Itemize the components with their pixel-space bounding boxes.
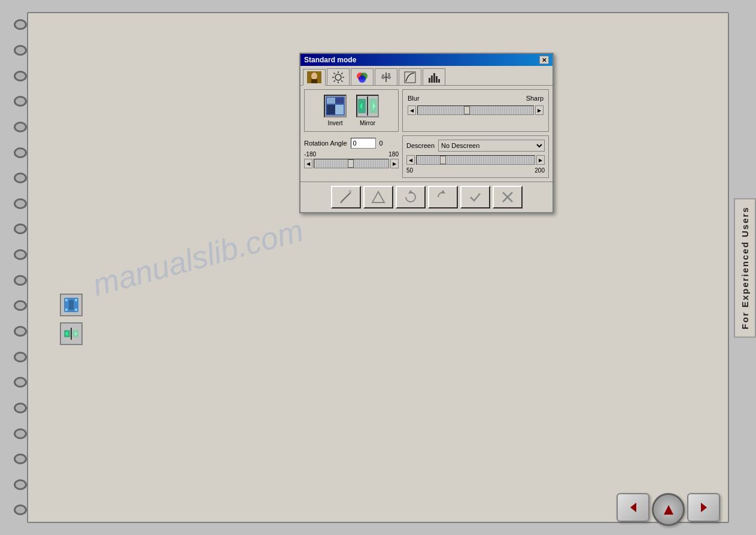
svg-line-21 <box>341 72 342 74</box>
rotation-min: -180 <box>304 151 316 158</box>
descreen-slider-row: ◀ ▶ <box>406 155 545 165</box>
svg-marker-57 <box>701 503 707 512</box>
home-icon <box>663 504 675 516</box>
lower-section: Rotation Angle 0 -180 180 ◀ ▶ Descreen <box>300 135 552 182</box>
rotation-slider-left[interactable]: ◀ <box>304 159 312 168</box>
blur-sharp-track[interactable] <box>417 105 534 115</box>
effect-icons-row: Invert Mirror <box>324 95 379 126</box>
dialog-titlebar: Standard mode ✕ <box>300 54 552 66</box>
svg-rect-33 <box>433 73 435 83</box>
film-icon <box>63 297 80 313</box>
dialog-bottom-toolbar <box>300 182 552 212</box>
blur-slider-left[interactable]: ◀ <box>408 105 416 115</box>
rotation-degree-label: 0 <box>379 140 383 147</box>
svg-line-46 <box>341 192 351 202</box>
mirror-label: Mirror <box>360 120 375 126</box>
descreen-slider-right[interactable]: ▶ <box>536 155 545 165</box>
mirror-icon-box[interactable] <box>60 322 83 345</box>
blur-sharp-thumb <box>464 106 470 114</box>
dialog-title: Standard mode <box>304 56 356 64</box>
tab-curve[interactable] <box>399 68 421 85</box>
rotation-range-labels: -180 180 <box>304 151 399 158</box>
svg-marker-50 <box>372 192 384 202</box>
svg-point-25 <box>359 75 366 83</box>
icon-area <box>60 294 83 351</box>
rotation-input[interactable] <box>351 138 376 149</box>
rotation-max: 180 <box>388 151 399 158</box>
film-icon-box[interactable] <box>60 294 83 316</box>
svg-line-22 <box>334 80 335 81</box>
ok-button[interactable] <box>460 186 490 208</box>
standard-mode-dialog: Standard mode ✕ <box>299 53 554 213</box>
descreen-value: 50 <box>406 167 413 174</box>
navigation-arrows <box>617 493 720 526</box>
svg-rect-34 <box>436 76 438 83</box>
svg-rect-28 <box>382 74 384 79</box>
home-button[interactable] <box>652 493 685 526</box>
rotation-slider-row: ◀ ▶ <box>304 159 399 168</box>
dialog-main-content: Invert Mirror <box>300 86 552 135</box>
sharp-label: Sharp <box>526 95 544 102</box>
blur-label: Blur <box>408 95 420 102</box>
tab-brightness[interactable] <box>327 68 350 85</box>
tab-histogram[interactable] <box>423 68 445 85</box>
dialog-close-button[interactable]: ✕ <box>539 56 549 64</box>
rotate-cw-button[interactable] <box>396 186 426 208</box>
svg-rect-38 <box>335 98 344 104</box>
svg-rect-35 <box>438 79 440 83</box>
svg-rect-4 <box>75 309 77 311</box>
descreen-max: 200 <box>535 167 545 174</box>
tab-color[interactable] <box>351 68 374 85</box>
rotation-label: Rotation Angle <box>304 140 347 147</box>
svg-rect-37 <box>327 98 335 104</box>
blur-slider-right[interactable]: ▶ <box>535 105 544 115</box>
descreen-thumb <box>440 156 446 164</box>
svg-line-20 <box>341 80 342 81</box>
right-tab: For Experienced Users <box>734 198 756 337</box>
svg-rect-32 <box>431 75 433 83</box>
svg-rect-5 <box>69 300 74 310</box>
invert-icon <box>324 95 347 117</box>
svg-rect-2 <box>75 299 77 301</box>
svg-line-19 <box>334 72 335 74</box>
auto-button[interactable] <box>331 186 361 208</box>
prev-button[interactable] <box>617 493 649 522</box>
svg-marker-51 <box>408 190 413 194</box>
invert-effect[interactable]: Invert <box>324 95 347 126</box>
dialog-toolbar <box>300 66 552 86</box>
rotation-row: Rotation Angle 0 <box>304 138 399 149</box>
mirror-small-icon <box>63 325 80 342</box>
invert-label: Invert <box>327 120 342 126</box>
svg-rect-1 <box>65 299 68 301</box>
rotation-track[interactable] <box>314 159 389 168</box>
rotation-slider-right[interactable]: ▶ <box>390 159 399 168</box>
tab-image[interactable] <box>303 69 326 86</box>
rotate-ccw-button[interactable] <box>428 186 458 208</box>
next-button[interactable] <box>687 493 720 522</box>
svg-rect-13 <box>311 79 317 83</box>
descreen-value-row: 50 200 <box>406 167 545 174</box>
reset-button[interactable] <box>363 186 393 208</box>
blur-sharp-header: Blur Sharp <box>408 95 544 102</box>
descreen-panel: Descreen No Descreen Low Medium High ◀ ▶… <box>402 135 549 178</box>
blur-sharp-panel: Blur Sharp ◀ ▶ <box>402 89 549 132</box>
prev-icon <box>627 501 639 513</box>
svg-rect-3 <box>65 309 68 311</box>
next-icon <box>698 501 710 513</box>
descreen-track[interactable] <box>416 155 535 165</box>
descreen-slider-left[interactable]: ◀ <box>406 155 415 165</box>
cancel-button[interactable] <box>493 186 523 208</box>
svg-marker-56 <box>664 505 673 515</box>
mirror-effect[interactable]: Mirror <box>356 95 379 126</box>
rotation-thumb <box>348 159 354 168</box>
svg-marker-55 <box>630 503 636 512</box>
mirror-icon <box>356 95 379 117</box>
effects-panel: Invert Mirror <box>304 89 399 132</box>
svg-rect-29 <box>388 73 390 79</box>
descreen-select[interactable]: No Descreen Low Medium High <box>438 140 545 152</box>
svg-marker-52 <box>441 190 445 194</box>
svg-point-12 <box>311 72 317 80</box>
tab-balance[interactable] <box>375 68 397 85</box>
svg-point-14 <box>335 74 341 80</box>
blur-sharp-slider-row: ◀ ▶ <box>408 105 544 115</box>
